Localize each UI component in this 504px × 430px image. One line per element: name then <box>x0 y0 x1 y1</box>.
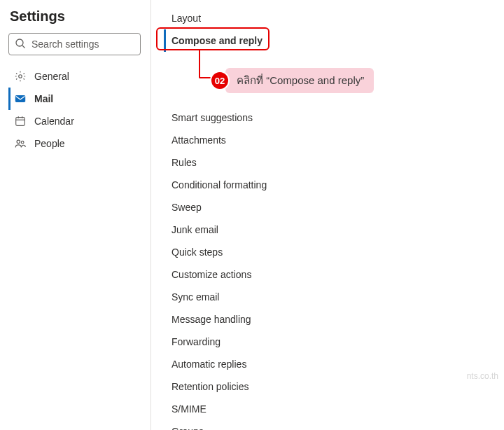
sub-label: Smart suggestions <box>172 112 253 123</box>
nav-label: People <box>34 138 65 149</box>
sub-item-quick-steps[interactable]: Quick steps <box>164 241 504 263</box>
sub-item-sync-email[interactable]: Sync email <box>164 286 504 308</box>
nav-item-general[interactable]: General <box>8 65 150 88</box>
svg-point-8 <box>17 140 20 144</box>
nav-item-people[interactable]: People <box>8 132 150 155</box>
sub-item-layout[interactable]: Layout <box>164 7 504 29</box>
svg-point-0 <box>16 39 23 46</box>
nav-item-calendar[interactable]: Calendar <box>8 110 150 132</box>
sub-label: Forwarding <box>172 336 220 347</box>
sub-item-conditional-formatting[interactable]: Conditional formatting <box>164 174 504 196</box>
sub-label: Junk email <box>172 224 218 235</box>
nav-label: Mail <box>34 93 53 104</box>
svg-rect-4 <box>16 118 25 126</box>
gear-icon <box>13 69 27 83</box>
sub-item-sweep[interactable]: Sweep <box>164 196 504 219</box>
sub-label: Sync email <box>172 291 219 303</box>
sub-item-rules[interactable]: Rules <box>164 151 504 174</box>
sub-label: Compose and reply <box>172 35 262 46</box>
nav-label: General <box>34 71 69 82</box>
sub-item-customize-actions[interactable]: Customize actions <box>164 263 504 286</box>
sub-item-forwarding[interactable]: Forwarding <box>164 331 504 353</box>
nav-label: Calendar <box>34 116 74 127</box>
mail-settings-list-cont: Smart suggestions Attachments Rules Cond… <box>164 106 504 430</box>
sub-label: Layout <box>172 13 201 24</box>
search-settings[interactable] <box>8 33 141 55</box>
svg-point-9 <box>21 141 24 144</box>
settings-title: Settings <box>8 7 150 33</box>
sub-item-smart-suggestions[interactable]: Smart suggestions <box>164 106 504 129</box>
sub-item-message-handling[interactable]: Message handling <box>164 308 504 331</box>
sub-label: Conditional formatting <box>172 179 267 190</box>
sub-item-retention-policies[interactable]: Retention policies <box>164 375 504 398</box>
sub-label: Attachments <box>172 134 226 146</box>
sub-label: Customize actions <box>172 269 251 280</box>
search-icon <box>15 38 26 51</box>
search-input[interactable] <box>31 39 134 50</box>
sub-label: Message handling <box>172 314 251 325</box>
settings-sidebar: Settings General <box>0 0 150 430</box>
watermark: nts.co.th <box>467 371 498 381</box>
sub-item-smime[interactable]: S/MIME <box>164 398 504 420</box>
sub-item-junk-email[interactable]: Junk email <box>164 219 504 241</box>
sub-label: S/MIME <box>172 403 206 415</box>
sub-label: Groups <box>172 426 204 430</box>
sub-item-groups[interactable]: Groups <box>164 420 504 430</box>
mail-settings-list: Layout Compose and reply <box>164 7 504 52</box>
calendar-icon <box>13 114 27 128</box>
annotation-text: คลิกที่ “Compose and reply” <box>225 68 374 93</box>
sub-label: Automatic replies <box>172 359 246 370</box>
settings-nav: General Mail <box>8 65 150 155</box>
sub-label: Quick steps <box>172 247 223 258</box>
svg-point-2 <box>19 75 22 78</box>
annotation-step-number: 02 <box>210 71 230 90</box>
sub-label: Sweep <box>172 202 202 213</box>
sub-item-automatic-replies[interactable]: Automatic replies <box>164 353 504 375</box>
sub-label: Rules <box>172 157 197 168</box>
mail-icon <box>13 92 27 106</box>
annotation-callout: 02 คลิกที่ “Compose and reply” <box>210 68 374 93</box>
sub-item-attachments[interactable]: Attachments <box>164 129 504 151</box>
sub-item-compose-and-reply[interactable]: Compose and reply <box>164 29 504 52</box>
settings-sub-pane: Layout Compose and reply Smart suggestio… <box>150 0 504 430</box>
sub-label: Retention policies <box>172 381 249 392</box>
people-icon <box>13 137 27 151</box>
svg-line-1 <box>22 46 25 48</box>
nav-item-mail[interactable]: Mail <box>8 88 150 110</box>
